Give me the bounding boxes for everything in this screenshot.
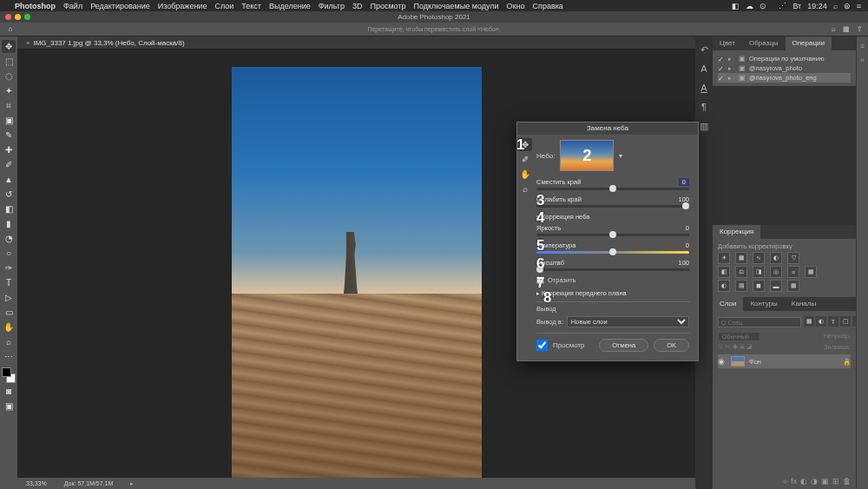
zoom-tool[interactable]: ⌕	[2, 335, 16, 348]
menu-view[interactable]: Просмотр	[370, 2, 405, 10]
lock-icon[interactable]: 🔒	[843, 358, 851, 366]
slider-temp-value[interactable]: 0	[686, 241, 689, 249]
new-group-icon[interactable]: ▣	[821, 477, 829, 486]
slider-temp[interactable]	[536, 251, 689, 254]
menu-3d[interactable]: 3D	[352, 2, 363, 10]
fg-color[interactable]	[2, 367, 11, 377]
filter-shape[interactable]: ▢	[840, 316, 851, 327]
search-icon[interactable]: ⌕	[832, 25, 836, 33]
action-row[interactable]: ✓▸▣ @nasyrova_photo_eng	[718, 73, 851, 83]
layer-row[interactable]: ◉ Фон 🔒	[718, 354, 851, 368]
maximize-window[interactable]	[24, 14, 30, 20]
status-icon[interactable]: ⊙	[760, 2, 766, 10]
menu-text[interactable]: Текст	[241, 2, 261, 10]
new-layer-icon[interactable]: ⊞	[832, 477, 839, 486]
slider-scale-value[interactable]: 100	[678, 259, 689, 267]
section-fg-correction[interactable]: Коррекция переднего плана	[536, 289, 689, 297]
adj-photofilter[interactable]: ◎	[770, 266, 782, 278]
adj-threshold[interactable]: ◼	[753, 280, 765, 292]
canvas-image[interactable]	[232, 67, 482, 478]
wand-tool[interactable]: ✦	[2, 84, 16, 97]
adj-invert[interactable]: ◐	[718, 280, 730, 292]
libraries-panel-icon[interactable]: ▥	[698, 120, 710, 132]
history-panel-icon[interactable]: ↶	[698, 43, 710, 56]
adj-colorbalance[interactable]: ⚖	[735, 266, 747, 278]
collapse-icon[interactable]: «	[860, 56, 865, 64]
pen-tool[interactable]: ✑	[2, 261, 16, 274]
menu-select[interactable]: Выделение	[269, 2, 311, 10]
workspace-icon[interactable]: ▦	[843, 25, 850, 33]
slider-scale[interactable]	[536, 268, 689, 271]
menu-filter[interactable]: Фильтр	[319, 2, 345, 10]
stamp-tool[interactable]: ▲	[2, 173, 16, 186]
close-window[interactable]	[5, 14, 11, 20]
home-icon[interactable]: ⌂	[5, 24, 16, 35]
menu-plugins[interactable]: Подключаемые модули	[414, 2, 499, 10]
zoom-level[interactable]: 33,33%	[26, 480, 47, 486]
paragraph-panel-icon[interactable]: ¶	[698, 101, 710, 113]
brush-tool[interactable]: ✐	[2, 158, 16, 171]
screenmode-tool[interactable]: ▣	[2, 400, 16, 413]
menu-help[interactable]: Справка	[533, 2, 563, 10]
slider-bright[interactable]	[536, 234, 689, 236]
color-swatches[interactable]	[2, 367, 16, 383]
adj-lookup[interactable]: ▦	[805, 266, 817, 278]
status-icon[interactable]: ☁	[746, 2, 753, 10]
search-icon[interactable]: ⌕	[833, 2, 838, 10]
adj-vibrance[interactable]: ▽	[787, 252, 799, 264]
adj-gradientmap[interactable]: ▬	[770, 280, 782, 292]
ok-button[interactable]: OK	[654, 339, 689, 352]
gradient-tool[interactable]: ▮	[2, 217, 16, 230]
fx-icon[interactable]: fx	[791, 477, 797, 486]
filter-pixel[interactable]: ▦	[804, 316, 814, 327]
cancel-button[interactable]: Отмена	[599, 339, 648, 352]
visibility-toggle[interactable]: ◉	[718, 357, 727, 366]
tab-swatches[interactable]: Образцы	[742, 36, 786, 50]
minimize-window[interactable]	[15, 14, 21, 20]
move-tool[interactable]: ✥	[2, 40, 16, 53]
doc-info[interactable]: Док: 57,1M/57,1M	[64, 480, 114, 486]
dodge-tool[interactable]: ○	[2, 247, 16, 260]
adj-hue[interactable]: ◧	[718, 266, 730, 278]
filter-type[interactable]: T	[828, 316, 838, 327]
lasso-tool[interactable]: ◌	[2, 69, 16, 83]
character-panel-icon[interactable]: A	[698, 82, 710, 94]
section-sky-correction[interactable]: Коррекция неба	[536, 213, 689, 221]
mask-icon[interactable]: ◐	[800, 477, 807, 486]
quickmask-tool[interactable]: ◙	[2, 385, 16, 398]
blur-tool[interactable]: ◔	[2, 232, 16, 245]
tab-paths[interactable]: Контуры	[743, 297, 784, 311]
edit-toolbar[interactable]: ⋯	[2, 350, 16, 363]
tab-layers[interactable]: Слои	[713, 297, 743, 311]
tab-actions[interactable]: Операции	[786, 36, 832, 50]
panel-menu-icon[interactable]: ≡	[860, 42, 865, 50]
adj-bw[interactable]: ◨	[753, 266, 765, 278]
share-icon[interactable]: ⇪	[857, 25, 863, 33]
slider-bright-value[interactable]: 0	[686, 224, 689, 232]
marquee-tool[interactable]: ⬚	[2, 55, 16, 68]
crop-tool[interactable]: ⌗	[2, 99, 16, 112]
eyedropper-tool[interactable]: ✎	[2, 129, 16, 142]
shape-tool[interactable]: ▭	[2, 306, 16, 319]
output-select[interactable]: Новые слои	[567, 316, 689, 327]
dialog-brush-tool[interactable]: ✐	[518, 153, 532, 166]
dialog-hand-tool[interactable]: ✋	[518, 168, 532, 181]
action-row[interactable]: ✓▸▣ @nasyrova_photo	[718, 63, 851, 73]
status-icon[interactable]: ◧	[732, 2, 740, 10]
menu-image[interactable]: Изображение	[158, 2, 207, 10]
layer-search[interactable]	[718, 317, 801, 327]
dialog-zoom-tool[interactable]: ⌕	[518, 182, 532, 195]
slider-fade[interactable]	[536, 205, 689, 208]
tab-adjustments[interactable]: Коррекция	[713, 225, 760, 239]
adj-brightness[interactable]: ☀	[718, 252, 730, 264]
properties-panel-icon[interactable]: A	[698, 63, 710, 75]
document-tab[interactable]: » IMG_3337 1.jpg @ 33,3% (Небо, Слой-мас…	[17, 36, 695, 50]
type-tool[interactable]: T	[2, 276, 16, 289]
adj-poster[interactable]: ▤	[735, 280, 747, 292]
menu-photoshop[interactable]: Photoshop	[15, 2, 56, 10]
adj-curves[interactable]: ∿	[753, 252, 765, 264]
action-row[interactable]: ✓▸▣ Операции по умолчанию	[718, 54, 851, 63]
menu-file[interactable]: Файл	[63, 2, 82, 10]
tab-channels[interactable]: Каналы	[785, 297, 823, 311]
slider-shift-value[interactable]: 0	[679, 178, 689, 186]
